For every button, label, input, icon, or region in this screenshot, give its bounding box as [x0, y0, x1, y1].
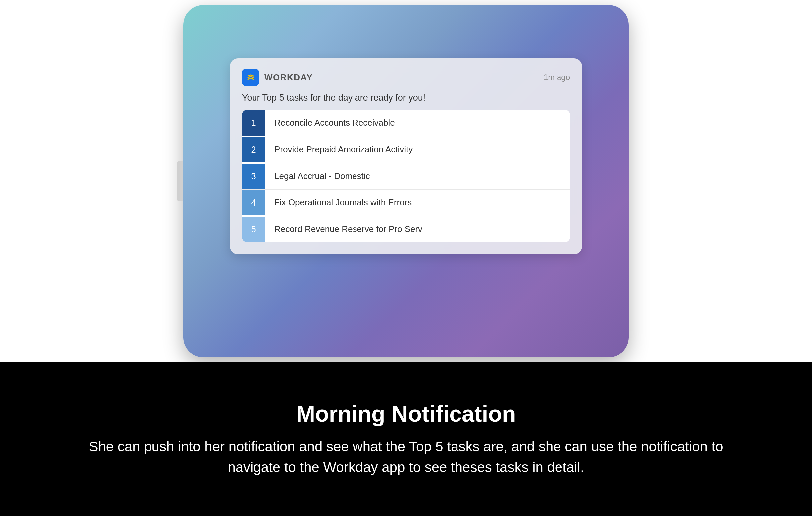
task-item[interactable]: 4Fix Operational Journals with Errors	[242, 190, 570, 216]
task-item[interactable]: 2Provide Prepaid Amorization Activity	[242, 136, 570, 163]
task-number-1: 1	[242, 110, 265, 136]
app-name-label: WORKDAY	[264, 73, 313, 83]
notification-card[interactable]: WORKDAY 1m ago Your Top 5 tasks for the …	[230, 58, 582, 254]
task-item[interactable]: 3Legal Accrual - Domestic	[242, 163, 570, 190]
task-label-1: Reconcile Accounts Receivable	[265, 110, 404, 136]
app-info: WORKDAY	[242, 69, 313, 86]
phone-frame: WORKDAY 1m ago Your Top 5 tasks for the …	[183, 5, 629, 357]
notification-time: 1m ago	[544, 73, 570, 82]
task-number-4: 4	[242, 190, 265, 215]
phone-section: WORKDAY 1m ago Your Top 5 tasks for the …	[0, 0, 812, 362]
phone-side-tab	[177, 161, 183, 201]
svg-point-0	[245, 72, 256, 83]
task-label-4: Fix Operational Journals with Errors	[265, 190, 421, 216]
caption-section: Morning Notification She can push into h…	[0, 362, 812, 516]
task-number-3: 3	[242, 164, 265, 189]
notification-header: WORKDAY 1m ago	[242, 69, 570, 86]
caption-description: She can push into her notification and s…	[74, 436, 738, 478]
task-label-5: Record Revenue Reserve for Pro Serv	[265, 216, 432, 242]
task-number-5: 5	[242, 217, 265, 242]
task-label-3: Legal Accrual - Domestic	[265, 163, 379, 189]
notification-subtitle: Your Top 5 tasks for the day are ready f…	[242, 93, 570, 103]
task-list: 1Reconcile Accounts Receivable2Provide P…	[242, 110, 570, 242]
task-item[interactable]: 5Record Revenue Reserve for Pro Serv	[242, 216, 570, 242]
task-number-2: 2	[242, 137, 265, 162]
caption-title: Morning Notification	[296, 401, 516, 427]
task-item[interactable]: 1Reconcile Accounts Receivable	[242, 110, 570, 136]
workday-app-icon	[242, 69, 259, 86]
task-label-2: Provide Prepaid Amorization Activity	[265, 136, 422, 163]
